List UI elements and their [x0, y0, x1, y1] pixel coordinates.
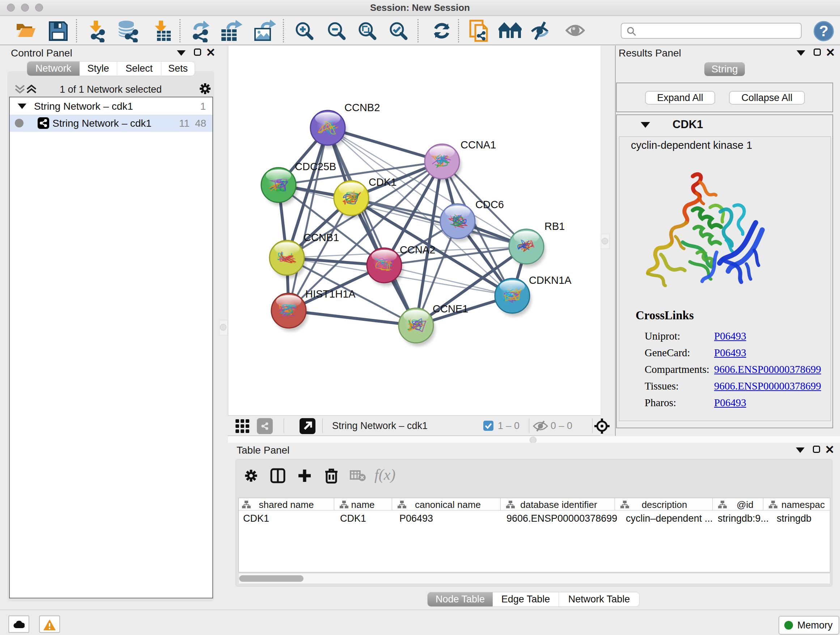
svg-text:HIST1H1A: HIST1H1A — [305, 288, 355, 300]
svg-text:CCNA2: CCNA2 — [400, 244, 435, 256]
svg-text:CDC25B: CDC25B — [295, 161, 336, 172]
svg-text:CCNB1: CCNB1 — [303, 232, 339, 243]
svg-text:CDC6: CDC6 — [475, 199, 504, 211]
svg-text:CCNA1: CCNA1 — [461, 139, 496, 150]
svg-text:CCNB2: CCNB2 — [344, 102, 380, 113]
svg-text:CDK1: CDK1 — [369, 176, 396, 188]
svg-text:RB1: RB1 — [545, 220, 565, 232]
svg-text:CDKN1A: CDKN1A — [529, 274, 572, 286]
svg-text:CCNE1: CCNE1 — [433, 303, 468, 315]
